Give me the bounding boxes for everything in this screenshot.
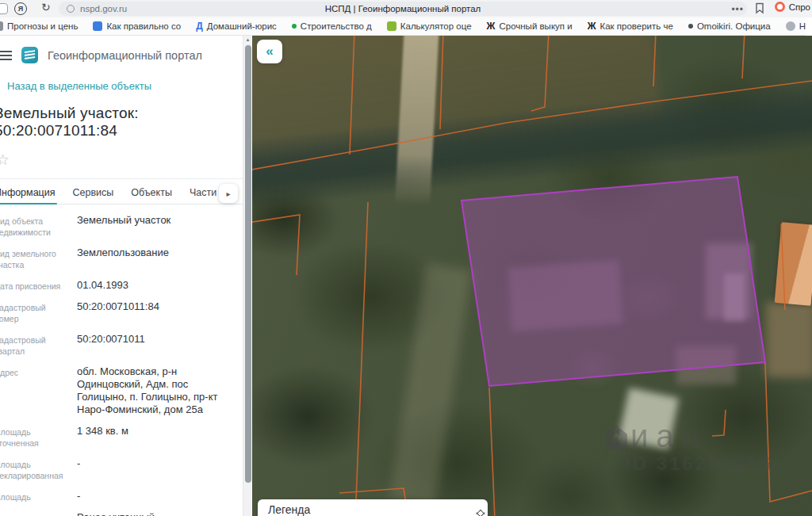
cian-house-icon — [604, 424, 628, 451]
field-value: обл. Московская, р-н Одинцовский, Адм. п… — [77, 365, 235, 416]
field-row: Площадь уточненная1 348 кв. м — [0, 425, 235, 449]
cadastral-line — [356, 202, 368, 500]
field-row: Вид объекта недвижимостиЗемельный участо… — [0, 214, 235, 238]
field-row: Кадастровый номер50:20:0071011:84 — [0, 300, 235, 324]
alisa-button[interactable]: Спро — [775, 2, 810, 12]
bookmark-label: Как проверить че — [600, 21, 673, 31]
more-menu-icon[interactable]: ••• — [731, 4, 744, 15]
field-value: - — [77, 490, 235, 503]
tabs-scroll-right-button[interactable]: ▸ — [219, 184, 238, 203]
address-url[interactable]: nspd.gov.ru — [80, 4, 127, 13]
page-title: НСПД | Геоинформационный портал — [59, 4, 747, 13]
bookmark-label: Строительство д — [301, 21, 372, 31]
bookmark-label: Как правильно со — [106, 21, 181, 31]
map-canvas[interactable]: циан ID 316290216 « Легенда — [252, 36, 812, 516]
field-row: СтатусРанее учтенный — [0, 511, 235, 516]
bookmarks-bar: Прогнозы и ценьКак правильно соДДомашний… — [0, 17, 806, 36]
field-row: Площадь- — [0, 490, 235, 503]
field-label: Площадь уточненная — [0, 425, 71, 449]
bookmark-favicon-icon: Д — [196, 21, 203, 31]
field-row: Площадь декларированная- — [0, 457, 235, 481]
field-label: Статус — [0, 511, 71, 516]
tabs-container: ИнформацияСервисыОбъектыЧасти ЗУСоста ▸ — [0, 178, 243, 204]
tab-объекты[interactable]: Объекты — [131, 187, 172, 204]
bookmark-favicon-icon: Ж — [487, 21, 496, 31]
bookmark-item[interactable]: ЖКак проверить че — [588, 21, 673, 31]
bookmark-item[interactable]: Калькулятор оце — [387, 21, 472, 31]
bookmark-item[interactable]: ЖСрочный выкуп и — [487, 21, 573, 31]
favorite-star-icon[interactable]: ☆ — [0, 151, 243, 169]
cadastral-line — [252, 81, 812, 170]
selected-parcel-polygon[interactable] — [462, 177, 765, 386]
portal-logo-icon[interactable] — [21, 47, 38, 63]
cadastral-line — [531, 36, 549, 111]
sidebar-scrollbar[interactable]: ▲ — [243, 36, 251, 516]
bookmark-label: Omoikiri. Официа — [697, 21, 771, 31]
legend-bar[interactable]: Легенда — [258, 499, 488, 516]
field-row: Вид земельного участкаЗемлепользование — [0, 247, 235, 270]
field-value: 1 348 кв. м — [77, 425, 235, 449]
bookmark-item[interactable]: Строительство д — [292, 21, 372, 31]
field-row: Кадастровый квартал50:20:0071011 — [0, 333, 235, 357]
field-label: Вид земельного участка — [0, 247, 71, 270]
bookmark-favicon-icon — [786, 21, 795, 31]
bookmark-item[interactable]: ДДомашний-юрис — [196, 21, 277, 31]
bookmark-label: Прогнозы и цень — [7, 21, 78, 31]
object-fields: Вид объекта недвижимостиЗемельный участо… — [0, 204, 243, 516]
cadastral-line — [252, 215, 300, 275]
field-row: Адресобл. Московская, р-н Одинцовский, А… — [0, 365, 235, 416]
bookmark-favicon-icon — [387, 21, 396, 31]
alisa-icon — [775, 2, 785, 12]
hamburger-menu-icon[interactable] — [0, 51, 12, 60]
bookmark-item[interactable]: Налоговый кальк — [786, 21, 806, 31]
bookmark-item[interactable]: Omoikiri. Официа — [688, 21, 771, 31]
bookmark-item[interactable]: Как правильно со — [93, 21, 181, 31]
scrollbar-thumb[interactable] — [245, 45, 251, 483]
bookmark-favicon-icon — [0, 21, 3, 31]
bookmark-label: Налоговый кальк — [799, 21, 806, 31]
field-value: Земельный участок — [77, 214, 235, 238]
browser-profile-button[interactable]: Я — [14, 2, 27, 15]
bookmark-favicon-icon: Ж — [588, 21, 596, 31]
reload-icon[interactable]: ↻ — [41, 1, 51, 13]
field-label: Вид объекта недвижимости — [0, 214, 71, 238]
back-to-selected-link[interactable]: ‹ Назад в выделенные объекты — [0, 80, 243, 92]
panel-collapse-button[interactable]: « — [257, 40, 282, 63]
tab-сервисы[interactable]: Сервисы — [73, 187, 114, 204]
cadastral-line — [350, 36, 354, 155]
browser-toolbar: Я ↻ nspd.gov.ru НСПД | Геоинформационный… — [0, 0, 812, 17]
window-control-icon[interactable] — [0, 3, 8, 14]
cian-watermark: циан ID 316290216 — [604, 421, 773, 475]
field-value: - — [77, 457, 235, 481]
bookmark-label: Срочный выкуп и — [499, 21, 572, 31]
cadastral-line — [653, 36, 656, 86]
bookmark-item[interactable]: Прогнозы и цень — [0, 21, 78, 31]
bookmark-flag-icon[interactable] — [755, 2, 764, 17]
field-row: Дата присвоения01.04.1993 — [0, 279, 235, 292]
bookmark-favicon-icon — [292, 24, 297, 29]
address-bar[interactable]: nspd.gov.ru НСПД | Геоинформационный пор… — [59, 2, 747, 16]
field-label: Дата присвоения — [0, 279, 71, 292]
info-panel: Геоинформационный портал ‹ Назад в выдел… — [0, 36, 243, 516]
field-value: Землепользование — [77, 247, 235, 270]
field-label: Адрес — [0, 365, 71, 416]
watermark-id: ID 316290216 — [625, 453, 773, 475]
app-title: Геоинформационный портал — [48, 49, 202, 62]
cadastral-line — [489, 388, 495, 516]
bookmark-label: Домашний-юрис — [207, 21, 277, 31]
app-header: Геоинформационный портал — [0, 36, 243, 63]
field-label: Кадастровый квартал — [0, 333, 71, 357]
bookmark-favicon-icon — [688, 24, 693, 29]
field-value: 50:20:0071011 — [77, 333, 235, 357]
page: Я ↻ nspd.gov.ru НСПД | Геоинформационный… — [0, 0, 812, 516]
object-title: Земельный участок: 50:20:0071011:84 — [0, 105, 243, 140]
field-label: Площадь — [0, 490, 71, 503]
cadastral-line — [742, 36, 745, 78]
site-badge-icon — [67, 5, 75, 13]
field-value: Ранее учтенный — [77, 511, 235, 516]
cadastral-line — [440, 36, 443, 129]
tab-информация[interactable]: Информация — [0, 187, 56, 204]
cadastral-line — [781, 224, 785, 310]
scrollbar-up-arrow-icon[interactable]: ▲ — [243, 36, 252, 44]
bookmark-favicon-icon — [93, 21, 102, 31]
